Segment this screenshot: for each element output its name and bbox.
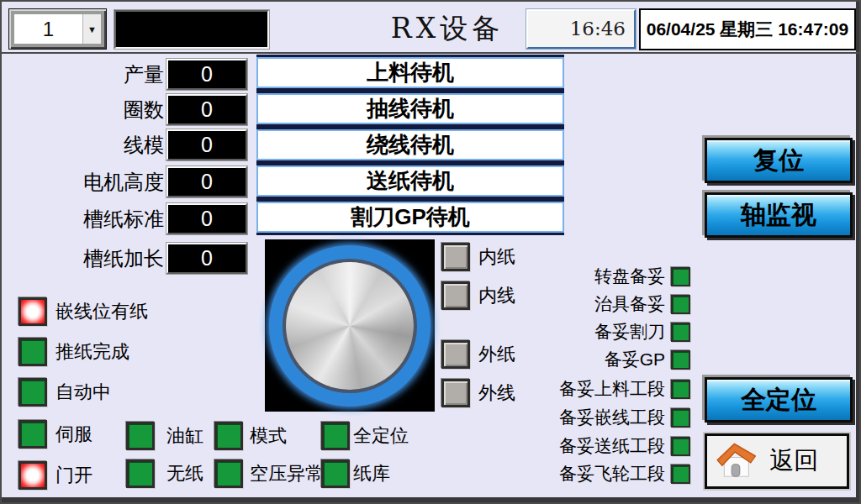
lamp-insert-paper-present: 嵌线位有纸 — [18, 297, 148, 326]
param-label-motor-height: 电机高度 — [8, 166, 164, 197]
push-paper-done-lamp — [18, 338, 47, 366]
param-label-wire-die: 线模 — [8, 129, 164, 160]
lamp-push-paper-done: 推纸完成 — [18, 338, 129, 366]
oil-cylinder-label: 油缸 — [166, 423, 203, 449]
ready-turntable: 转盘备妥 — [506, 265, 690, 287]
status-winding: 绕线待机 — [256, 129, 564, 160]
outer-wire-lamp — [441, 379, 470, 407]
door-open-lamp — [18, 461, 47, 490]
air-pressure-alarm-label: 空压异常 — [250, 461, 324, 486]
full-position-label: 全定位 — [353, 423, 409, 449]
ready-flywheel-section: 备妥飞轮工段 — [506, 463, 690, 485]
insert-paper-present-lamp — [18, 297, 47, 326]
param-label-output: 产量 — [8, 59, 164, 90]
lamp-paper-magazine: 纸库 — [321, 459, 390, 488]
auto-mode-label: 自动中 — [55, 380, 111, 405]
outer-paper-lamp — [441, 340, 470, 369]
station-selector[interactable]: 1 ▼ — [8, 8, 107, 50]
page-title: RX设备 — [363, 12, 531, 45]
param-label-turns: 圈数 — [8, 94, 164, 125]
indicator-inner-paper: 内纸 — [441, 243, 515, 271]
ready-turntable-lamp — [671, 267, 690, 286]
header-message-display — [114, 10, 269, 49]
ready-cutter-label: 备妥割刀 — [594, 320, 665, 344]
lamp-oil-cylinder: 油缸 — [126, 422, 203, 450]
status-feeding: 上料待机 — [256, 57, 564, 88]
status-drawing: 抽线待机 — [256, 93, 564, 124]
ready-cutter-lamp — [671, 323, 690, 342]
indicator-outer-paper: 外纸 — [441, 340, 515, 369]
lamp-no-paper: 无纸 — [126, 459, 203, 488]
ready-paper-section-label: 备妥送纸工段 — [559, 434, 665, 458]
status-cutter-gp: 割刀GP待机 — [256, 202, 564, 233]
inner-wire-lamp — [441, 281, 470, 310]
clock-button[interactable]: 16:46 — [526, 9, 636, 49]
ready-insert-section-label: 备妥嵌线工段 — [559, 406, 665, 429]
lamp-full-position: 全定位 — [321, 422, 409, 450]
turntable-ring — [269, 245, 430, 407]
param-value-turns: 0 — [166, 94, 247, 125]
ready-feed-section: 备妥上料工段 — [506, 378, 690, 400]
push-paper-done-label: 推纸完成 — [55, 339, 129, 365]
auto-mode-lamp — [18, 378, 47, 407]
no-paper-lamp — [126, 459, 155, 488]
air-pressure-alarm-lamp — [214, 459, 243, 488]
station-selector-value: 1 — [14, 14, 82, 44]
inner-paper-lamp — [441, 243, 470, 271]
param-value-wire-die: 0 — [166, 129, 247, 160]
ready-paper-section-lamp — [671, 437, 690, 456]
back-button[interactable]: 返回 — [705, 433, 849, 489]
servo-label: 伺服 — [55, 422, 92, 447]
paper-magazine-lamp — [321, 459, 350, 488]
door-open-label: 门开 — [55, 463, 92, 488]
lamp-auto-mode: 自动中 — [18, 378, 111, 407]
full-position-button[interactable]: 全定位 — [705, 377, 853, 423]
datetime-display: 06/04/25 星期三 16:47:09 — [639, 8, 856, 50]
turntable-disc — [286, 262, 414, 390]
lamp-air-pressure-alarm: 空压异常 — [214, 459, 324, 488]
ready-jig-label: 治具备妥 — [594, 292, 665, 316]
ready-cutter: 备妥割刀 — [506, 321, 690, 343]
ready-insert-section: 备妥嵌线工段 — [506, 407, 690, 428]
reset-button[interactable]: 复位 — [705, 138, 853, 183]
home-icon — [714, 438, 758, 484]
ready-jig: 治具备妥 — [506, 293, 690, 315]
full-position-lamp — [321, 422, 350, 450]
paper-magazine-label: 纸库 — [353, 461, 390, 486]
param-value-paper-std: 0 — [166, 203, 247, 234]
ready-gp-lamp — [671, 350, 690, 370]
mode-label: 模式 — [250, 423, 287, 449]
axis-monitor-button[interactable]: 轴监视 — [705, 192, 853, 238]
servo-lamp — [18, 420, 47, 449]
param-label-paper-ext: 槽纸加长 — [8, 243, 164, 274]
turntable-graphic — [265, 239, 435, 412]
param-label-paper-std: 槽纸标准 — [8, 203, 164, 234]
lamp-servo: 伺服 — [18, 420, 92, 449]
no-paper-label: 无纸 — [166, 461, 203, 486]
status-message-stack: 上料待机 抽线待机 绕线待机 送纸待机 割刀GP待机 — [256, 55, 564, 235]
insert-paper-present-label: 嵌线位有纸 — [55, 299, 148, 324]
mode-lamp — [214, 422, 243, 450]
ready-paper-section: 备妥送纸工段 — [506, 435, 690, 457]
oil-cylinder-lamp — [126, 422, 155, 450]
ready-flywheel-section-lamp — [671, 465, 690, 484]
ready-jig-lamp — [671, 295, 690, 314]
indicator-outer-wire: 外线 — [441, 379, 515, 407]
ready-flywheel-section-label: 备妥飞轮工段 — [559, 462, 665, 486]
ready-insert-section-lamp — [671, 408, 690, 428]
param-value-output: 0 — [166, 59, 247, 90]
hmi-screen: 1 ▼ RX设备 16:46 06/04/25 星期三 16:47:09 产量 … — [0, 0, 861, 504]
lamp-mode: 模式 — [214, 422, 287, 450]
ready-gp-label: 备妥GP — [605, 348, 665, 371]
chevron-down-icon[interactable]: ▼ — [82, 14, 101, 44]
indicator-inner-wire: 内线 — [441, 281, 515, 310]
lamp-door-open: 门开 — [18, 461, 92, 490]
ready-feed-section-label: 备妥上料工段 — [559, 377, 665, 401]
ready-gp: 备妥GP — [506, 349, 690, 370]
header-divider — [2, 52, 859, 54]
ready-feed-section-lamp — [671, 380, 690, 399]
ready-turntable-label: 转盘备妥 — [594, 265, 665, 288]
back-button-label: 返回 — [769, 444, 818, 478]
param-value-motor-height: 0 — [166, 166, 247, 197]
param-value-paper-ext: 0 — [166, 243, 247, 274]
